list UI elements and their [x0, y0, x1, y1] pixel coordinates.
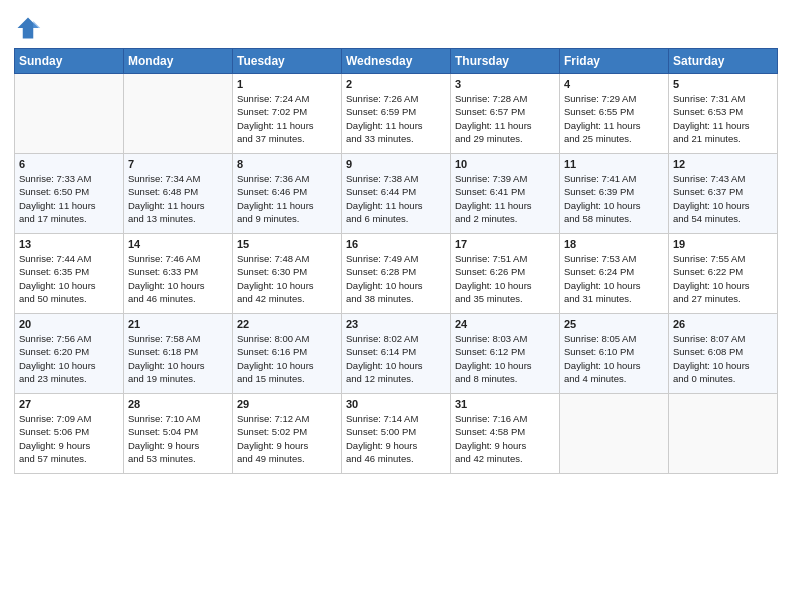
day-number: 31: [455, 398, 555, 410]
day-number: 16: [346, 238, 446, 250]
day-info: Sunrise: 7:58 AM Sunset: 6:18 PM Dayligh…: [128, 332, 228, 385]
calendar-week-5: 27Sunrise: 7:09 AM Sunset: 5:06 PM Dayli…: [15, 394, 778, 474]
calendar-cell: 15Sunrise: 7:48 AM Sunset: 6:30 PM Dayli…: [233, 234, 342, 314]
calendar-cell: 7Sunrise: 7:34 AM Sunset: 6:48 PM Daylig…: [124, 154, 233, 234]
calendar-cell: 5Sunrise: 7:31 AM Sunset: 6:53 PM Daylig…: [669, 74, 778, 154]
day-number: 27: [19, 398, 119, 410]
day-info: Sunrise: 7:46 AM Sunset: 6:33 PM Dayligh…: [128, 252, 228, 305]
calendar-cell: 27Sunrise: 7:09 AM Sunset: 5:06 PM Dayli…: [15, 394, 124, 474]
day-info: Sunrise: 8:02 AM Sunset: 6:14 PM Dayligh…: [346, 332, 446, 385]
day-number: 6: [19, 158, 119, 170]
day-number: 17: [455, 238, 555, 250]
calendar-week-2: 6Sunrise: 7:33 AM Sunset: 6:50 PM Daylig…: [15, 154, 778, 234]
calendar-cell: 12Sunrise: 7:43 AM Sunset: 6:37 PM Dayli…: [669, 154, 778, 234]
day-info: Sunrise: 7:43 AM Sunset: 6:37 PM Dayligh…: [673, 172, 773, 225]
day-number: 15: [237, 238, 337, 250]
day-number: 8: [237, 158, 337, 170]
day-number: 11: [564, 158, 664, 170]
day-info: Sunrise: 7:16 AM Sunset: 4:58 PM Dayligh…: [455, 412, 555, 465]
day-info: Sunrise: 7:48 AM Sunset: 6:30 PM Dayligh…: [237, 252, 337, 305]
calendar-cell: 3Sunrise: 7:28 AM Sunset: 6:57 PM Daylig…: [451, 74, 560, 154]
calendar-week-4: 20Sunrise: 7:56 AM Sunset: 6:20 PM Dayli…: [15, 314, 778, 394]
day-number: 20: [19, 318, 119, 330]
day-number: 28: [128, 398, 228, 410]
day-info: Sunrise: 7:28 AM Sunset: 6:57 PM Dayligh…: [455, 92, 555, 145]
calendar-cell: 26Sunrise: 8:07 AM Sunset: 6:08 PM Dayli…: [669, 314, 778, 394]
day-info: Sunrise: 7:29 AM Sunset: 6:55 PM Dayligh…: [564, 92, 664, 145]
calendar-cell: 16Sunrise: 7:49 AM Sunset: 6:28 PM Dayli…: [342, 234, 451, 314]
day-info: Sunrise: 8:07 AM Sunset: 6:08 PM Dayligh…: [673, 332, 773, 385]
calendar-cell: 6Sunrise: 7:33 AM Sunset: 6:50 PM Daylig…: [15, 154, 124, 234]
calendar-cell: [560, 394, 669, 474]
calendar-cell: 22Sunrise: 8:00 AM Sunset: 6:16 PM Dayli…: [233, 314, 342, 394]
day-info: Sunrise: 7:39 AM Sunset: 6:41 PM Dayligh…: [455, 172, 555, 225]
weekday-header-friday: Friday: [560, 49, 669, 74]
day-info: Sunrise: 7:55 AM Sunset: 6:22 PM Dayligh…: [673, 252, 773, 305]
day-info: Sunrise: 7:49 AM Sunset: 6:28 PM Dayligh…: [346, 252, 446, 305]
day-info: Sunrise: 7:33 AM Sunset: 6:50 PM Dayligh…: [19, 172, 119, 225]
page: SundayMondayTuesdayWednesdayThursdayFrid…: [0, 0, 792, 612]
day-info: Sunrise: 7:56 AM Sunset: 6:20 PM Dayligh…: [19, 332, 119, 385]
day-number: 25: [564, 318, 664, 330]
day-number: 29: [237, 398, 337, 410]
day-info: Sunrise: 7:31 AM Sunset: 6:53 PM Dayligh…: [673, 92, 773, 145]
day-number: 21: [128, 318, 228, 330]
weekday-header-sunday: Sunday: [15, 49, 124, 74]
day-number: 1: [237, 78, 337, 90]
calendar-cell: 24Sunrise: 8:03 AM Sunset: 6:12 PM Dayli…: [451, 314, 560, 394]
calendar-cell: [15, 74, 124, 154]
day-info: Sunrise: 7:12 AM Sunset: 5:02 PM Dayligh…: [237, 412, 337, 465]
calendar-cell: 28Sunrise: 7:10 AM Sunset: 5:04 PM Dayli…: [124, 394, 233, 474]
weekday-header-thursday: Thursday: [451, 49, 560, 74]
calendar-cell: 29Sunrise: 7:12 AM Sunset: 5:02 PM Dayli…: [233, 394, 342, 474]
day-number: 10: [455, 158, 555, 170]
day-number: 7: [128, 158, 228, 170]
header: [14, 10, 778, 42]
day-number: 18: [564, 238, 664, 250]
day-number: 4: [564, 78, 664, 90]
day-info: Sunrise: 7:10 AM Sunset: 5:04 PM Dayligh…: [128, 412, 228, 465]
calendar-cell: 17Sunrise: 7:51 AM Sunset: 6:26 PM Dayli…: [451, 234, 560, 314]
calendar-cell: 18Sunrise: 7:53 AM Sunset: 6:24 PM Dayli…: [560, 234, 669, 314]
calendar-cell: 25Sunrise: 8:05 AM Sunset: 6:10 PM Dayli…: [560, 314, 669, 394]
calendar-cell: 31Sunrise: 7:16 AM Sunset: 4:58 PM Dayli…: [451, 394, 560, 474]
calendar-cell: 10Sunrise: 7:39 AM Sunset: 6:41 PM Dayli…: [451, 154, 560, 234]
day-number: 22: [237, 318, 337, 330]
day-info: Sunrise: 7:44 AM Sunset: 6:35 PM Dayligh…: [19, 252, 119, 305]
day-number: 26: [673, 318, 773, 330]
day-info: Sunrise: 7:24 AM Sunset: 7:02 PM Dayligh…: [237, 92, 337, 145]
calendar-cell: 4Sunrise: 7:29 AM Sunset: 6:55 PM Daylig…: [560, 74, 669, 154]
day-info: Sunrise: 7:41 AM Sunset: 6:39 PM Dayligh…: [564, 172, 664, 225]
day-number: 23: [346, 318, 446, 330]
calendar-week-1: 1Sunrise: 7:24 AM Sunset: 7:02 PM Daylig…: [15, 74, 778, 154]
day-number: 30: [346, 398, 446, 410]
logo-icon: [14, 14, 42, 42]
day-info: Sunrise: 8:03 AM Sunset: 6:12 PM Dayligh…: [455, 332, 555, 385]
weekday-header-monday: Monday: [124, 49, 233, 74]
svg-marker-1: [33, 21, 40, 28]
day-number: 19: [673, 238, 773, 250]
day-number: 13: [19, 238, 119, 250]
day-number: 12: [673, 158, 773, 170]
calendar-cell: 19Sunrise: 7:55 AM Sunset: 6:22 PM Dayli…: [669, 234, 778, 314]
day-info: Sunrise: 7:26 AM Sunset: 6:59 PM Dayligh…: [346, 92, 446, 145]
calendar-cell: 11Sunrise: 7:41 AM Sunset: 6:39 PM Dayli…: [560, 154, 669, 234]
day-info: Sunrise: 7:14 AM Sunset: 5:00 PM Dayligh…: [346, 412, 446, 465]
day-number: 9: [346, 158, 446, 170]
calendar-cell: 20Sunrise: 7:56 AM Sunset: 6:20 PM Dayli…: [15, 314, 124, 394]
calendar-cell: 9Sunrise: 7:38 AM Sunset: 6:44 PM Daylig…: [342, 154, 451, 234]
day-number: 2: [346, 78, 446, 90]
day-info: Sunrise: 7:34 AM Sunset: 6:48 PM Dayligh…: [128, 172, 228, 225]
day-info: Sunrise: 7:36 AM Sunset: 6:46 PM Dayligh…: [237, 172, 337, 225]
day-number: 5: [673, 78, 773, 90]
calendar-week-3: 13Sunrise: 7:44 AM Sunset: 6:35 PM Dayli…: [15, 234, 778, 314]
day-info: Sunrise: 7:53 AM Sunset: 6:24 PM Dayligh…: [564, 252, 664, 305]
weekday-header-wednesday: Wednesday: [342, 49, 451, 74]
weekday-header-tuesday: Tuesday: [233, 49, 342, 74]
calendar-cell: 21Sunrise: 7:58 AM Sunset: 6:18 PM Dayli…: [124, 314, 233, 394]
day-info: Sunrise: 7:51 AM Sunset: 6:26 PM Dayligh…: [455, 252, 555, 305]
calendar-cell: 13Sunrise: 7:44 AM Sunset: 6:35 PM Dayli…: [15, 234, 124, 314]
calendar-cell: 14Sunrise: 7:46 AM Sunset: 6:33 PM Dayli…: [124, 234, 233, 314]
calendar-cell: 30Sunrise: 7:14 AM Sunset: 5:00 PM Dayli…: [342, 394, 451, 474]
calendar-cell: 23Sunrise: 8:02 AM Sunset: 6:14 PM Dayli…: [342, 314, 451, 394]
